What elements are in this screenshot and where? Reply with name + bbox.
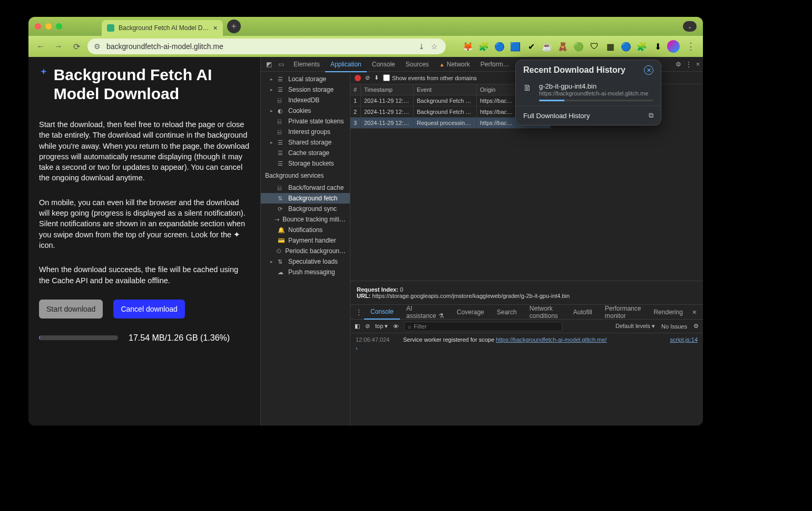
extension-icon[interactable]: 🟦 (510, 41, 521, 52)
record-button[interactable] (355, 75, 361, 81)
window-close[interactable] (35, 23, 41, 30)
devtools-more-icon[interactable]: ⋮ (686, 61, 692, 68)
sidebar-item[interactable]: ▸☰Local storage (261, 74, 350, 84)
sidebar-item[interactable]: ⌸Back/forward cache (261, 182, 350, 193)
drawer-tab[interactable]: Console (364, 305, 400, 320)
live-expression-icon[interactable]: 👁 (393, 323, 399, 330)
extension-icon[interactable]: ⬇ (652, 41, 663, 52)
table-cell[interactable]: 1 (350, 95, 361, 107)
table-header[interactable]: Event (414, 84, 477, 95)
extension-icon[interactable]: ☕ (542, 41, 552, 52)
table-cell[interactable]: 2 (350, 107, 361, 118)
download-button[interactable]: ⬇ (374, 74, 379, 81)
drawer-more-icon[interactable]: ⋮ (354, 305, 364, 319)
table-cell[interactable]: Background Fetch … (414, 107, 477, 118)
devtools-tab-sources[interactable]: Sources (400, 57, 434, 71)
issues-badge[interactable]: No Issues (661, 323, 687, 330)
drawer-close-icon[interactable]: × (689, 308, 700, 316)
console-filter[interactable]: ⌕Filter (404, 322, 562, 331)
new-tab-button[interactable]: + (227, 20, 241, 33)
table-cell[interactable]: Request processin… (414, 118, 477, 129)
full-history-link[interactable]: Full Download History ⧉ (516, 105, 661, 125)
table-cell[interactable]: 2024-11-29 12:… (361, 118, 414, 129)
start-download-button[interactable]: Start download (39, 300, 103, 319)
install-pwa-icon[interactable]: ⤓ (418, 42, 427, 51)
devtools-tab-elements[interactable]: Elements (288, 57, 325, 71)
forward-button[interactable]: → (52, 40, 65, 53)
profile-avatar[interactable] (667, 40, 680, 53)
extension-icon[interactable]: 🔵 (494, 41, 505, 52)
table-header[interactable]: Timestamp (361, 84, 414, 95)
site-settings-icon[interactable]: ⚙ (94, 42, 102, 51)
sidebar-toggle-icon[interactable]: ◧ (355, 323, 360, 330)
table-cell[interactable]: 3 (350, 118, 361, 129)
sidebar-item[interactable]: 🔔Notifications (261, 225, 350, 235)
sidebar-item[interactable]: ⏲Periodic backgroun… (261, 246, 350, 256)
sidebar-item[interactable]: ☰Storage buckets (261, 158, 350, 169)
chrome-menu-icon[interactable]: ⋮ (684, 41, 698, 52)
devtools-tab-console[interactable]: Console (367, 57, 400, 71)
window-minimize[interactable] (45, 23, 52, 30)
extension-icon[interactable]: ✔ (526, 41, 536, 52)
sidebar-item[interactable]: ⌸Interest groups (261, 127, 350, 137)
drawer-tab[interactable]: Autofill (567, 305, 599, 319)
browser-tab[interactable]: Background Fetch AI Model D… × (102, 20, 223, 36)
log-levels-selector[interactable]: Default levels ▾ (615, 323, 655, 330)
sidebar-item[interactable]: ⟳Background sync (261, 204, 350, 214)
sidebar-item[interactable]: ⇢Bounce tracking miti… (261, 214, 350, 225)
devtools-tab-network[interactable]: Network (434, 57, 475, 71)
clear-button[interactable]: ⊘ (365, 74, 370, 81)
omnibox[interactable]: ⚙ backgroundfetch-ai-model.glitch.me ⤓ ☆ (87, 38, 446, 54)
table-cell[interactable]: Background Fetch … (414, 95, 477, 107)
log-source[interactable]: script.js:14 (670, 336, 698, 343)
extension-icon[interactable]: 🧩 (637, 41, 647, 52)
sidebar-item[interactable]: ⇅Background fetch (261, 193, 350, 204)
table-header[interactable]: # (350, 84, 361, 95)
show-other-domains-checkbox[interactable]: Show events from other domains (383, 74, 477, 81)
extension-icon[interactable]: ▦ (605, 41, 615, 52)
console-prompt[interactable]: › (350, 344, 703, 352)
sidebar-item[interactable]: 💳Payment handler (261, 235, 350, 246)
devtools-tab-application[interactable]: Application (325, 57, 367, 72)
toolbar: ← → ⟳ ⚙ backgroundfetch-ai-model.glitch.… (28, 36, 703, 57)
sidebar-item[interactable]: ▸⇅Speculative loads (261, 256, 350, 267)
sidebar-item[interactable]: ▸☰Session storage (261, 84, 350, 95)
extension-icon[interactable]: 🦊 (463, 41, 473, 52)
devtools-tab-perform…[interactable]: Perform… (475, 57, 515, 71)
extension-icon[interactable]: 🧩 (478, 41, 489, 52)
extension-icon[interactable]: 🔵 (621, 41, 631, 52)
tab-overflow-button[interactable]: ⌄ (683, 21, 697, 32)
device-toggle-icon[interactable]: ▭ (276, 57, 286, 71)
log-link[interactable]: https://backgroundfetch-ai-model.glitch.… (496, 336, 606, 343)
download-item[interactable]: 🗎 g-2b-it-gpu-int4.bin https://backgroun… (516, 79, 661, 105)
reload-button[interactable]: ⟳ (70, 40, 83, 53)
back-button[interactable]: ← (34, 40, 47, 53)
devtools-close-icon[interactable]: × (696, 61, 700, 68)
sidebar-item[interactable]: ☁Push messaging (261, 267, 350, 277)
context-selector[interactable]: top ▾ (375, 323, 388, 330)
popup-close-icon[interactable]: ✕ (644, 65, 653, 75)
drawer-tab[interactable]: Rendering (647, 305, 689, 319)
sidebar-item[interactable]: ▸☰Shared storage (261, 137, 350, 148)
drawer-tab[interactable]: Search (491, 305, 523, 319)
bookmark-star-icon[interactable]: ☆ (431, 42, 439, 51)
inspect-icon[interactable]: ◩ (264, 57, 274, 71)
devtools-settings-icon[interactable]: ⚙ (676, 61, 681, 68)
extension-icon[interactable]: 🟢 (573, 41, 584, 52)
sidebar-item[interactable]: ☰Cache storage (261, 148, 350, 158)
progress-bar (39, 335, 118, 340)
table-cell[interactable]: 2024-11-29 12:… (361, 95, 414, 107)
drawer-tab[interactable]: Coverage (451, 305, 491, 319)
tab-close-icon[interactable]: × (213, 24, 217, 32)
table-cell[interactable]: 2024-11-29 12:… (361, 107, 414, 118)
clear-console-icon[interactable]: ⊘ (365, 323, 370, 330)
sidebar-item[interactable]: ⌸IndexedDB (261, 95, 350, 105)
extension-icon[interactable]: 🧸 (557, 41, 568, 52)
sidebar-item[interactable]: ▸◐Cookies (261, 105, 350, 116)
sidebar-item[interactable]: ⌸Private state tokens (261, 116, 350, 127)
window-zoom[interactable] (56, 23, 62, 30)
extension-icon[interactable]: 🛡 (589, 41, 600, 52)
console-settings-icon[interactable]: ⚙ (693, 323, 699, 330)
cancel-download-button[interactable]: Cancel download (113, 300, 184, 319)
checkbox[interactable] (383, 74, 390, 81)
